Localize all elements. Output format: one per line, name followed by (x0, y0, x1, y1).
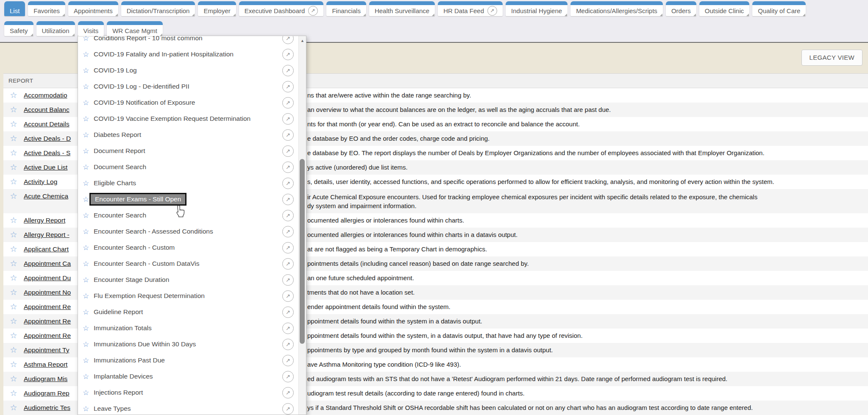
favorite-star-icon[interactable]: ☆ (83, 211, 94, 220)
open-in-new-icon[interactable]: ↗ (282, 129, 294, 141)
menu-item-flu-exemption-request-determination[interactable]: ☆Flu Exemption Request Determination↗ (78, 288, 299, 304)
menu-item-encounter-search-custom-datavis[interactable]: ☆Encounter Search - Custom DataVis↗ (78, 256, 299, 272)
report-link[interactable]: Appointment Du (24, 274, 71, 281)
open-in-new-icon[interactable]: ↗ (282, 258, 294, 270)
report-link[interactable]: Applicant Chart (24, 245, 69, 253)
external-link-icon[interactable]: ↗ (308, 6, 318, 16)
favorite-star-icon[interactable]: ☆ (83, 372, 94, 381)
open-in-new-icon[interactable]: ↗ (282, 162, 294, 173)
menu-item-immunizations-due-within-30-days[interactable]: ☆Immunizations Due Within 30 Days↗ (78, 336, 299, 352)
report-link[interactable]: Accommodatio (24, 92, 67, 99)
favorite-star-icon[interactable]: ☆ (83, 179, 94, 188)
open-in-new-icon[interactable]: ↗ (282, 387, 294, 398)
report-link[interactable]: Appointment Re (24, 332, 71, 339)
favorite-star-icon[interactable]: ☆ (83, 50, 94, 59)
report-link[interactable]: Active Due List (24, 164, 67, 171)
tab-financials[interactable]: Financials (326, 1, 366, 16)
report-link[interactable]: Audiogram Rep (24, 390, 70, 397)
report-link[interactable]: Appointment Ca (24, 260, 71, 267)
favorite-star-icon[interactable]: ☆ (3, 271, 24, 285)
open-in-new-icon[interactable]: ↗ (282, 210, 294, 221)
favorite-star-icon[interactable]: ☆ (83, 98, 94, 107)
favorite-star-icon[interactable]: ☆ (83, 227, 94, 236)
tab-visits[interactable]: Visits (78, 21, 104, 36)
open-in-new-icon[interactable]: ↗ (282, 97, 294, 109)
open-in-new-icon[interactable]: ↗ (282, 355, 294, 366)
tab-industrial-hygiene[interactable]: Industrial Hygiene (506, 1, 568, 16)
favorite-star-icon[interactable]: ☆ (83, 131, 94, 139)
open-in-new-icon[interactable]: ↗ (282, 371, 294, 382)
favorite-star-icon[interactable]: ☆ (83, 114, 94, 123)
tab-quality-of-care[interactable]: Quality of Care (752, 1, 806, 16)
tab-safety[interactable]: Safety (4, 21, 33, 36)
favorite-star-icon[interactable]: ☆ (83, 388, 94, 397)
menu-item-immunizations-past-due[interactable]: ☆Immunizations Past Due↗ (78, 352, 299, 368)
menu-item-encounter-stage-duration[interactable]: ☆Encounter Stage Duration↗ (78, 272, 299, 288)
favorite-star-icon[interactable]: ☆ (3, 343, 24, 357)
favorite-star-icon[interactable]: ☆ (3, 228, 24, 242)
menu-item-eligible-charts[interactable]: ☆Eligible Charts↗ (78, 175, 299, 191)
report-link[interactable]: Appointment Re (24, 318, 71, 325)
menu-item-conditions-report-10-most-common[interactable]: ☆Conditions Report - 10 most common↗ (78, 36, 299, 46)
report-link[interactable]: Audiogram Mis (24, 375, 67, 382)
favorite-star-icon[interactable]: ☆ (83, 163, 94, 172)
open-in-new-icon[interactable]: ↗ (282, 36, 294, 44)
report-link[interactable]: Account Details (24, 120, 70, 128)
open-in-new-icon[interactable]: ↗ (282, 145, 294, 157)
menu-item-covid-19-fatality-and-in-patient-hospitalization[interactable]: ☆COVID-19 Fatality and In-patient Hospit… (78, 46, 299, 62)
favorite-star-icon[interactable]: ☆ (3, 160, 24, 175)
favorite-star-icon[interactable]: ☆ (83, 66, 94, 75)
report-link[interactable]: Appointment Ty (24, 346, 69, 354)
open-in-new-icon[interactable]: ↗ (282, 194, 294, 205)
menu-item-document-report[interactable]: ☆Document Report↗ (78, 143, 299, 159)
menu-item-covid-19-log[interactable]: ☆COVID-19 Log↗ (78, 62, 299, 78)
favorite-star-icon[interactable]: ☆ (3, 300, 24, 314)
scrollbar-thumb[interactable] (300, 159, 305, 344)
favorite-star-icon[interactable]: ☆ (3, 242, 24, 256)
favorite-star-icon[interactable]: ☆ (3, 103, 24, 117)
menu-item-immunization-totals[interactable]: ☆Immunization Totals↗ (78, 320, 299, 336)
favorite-star-icon[interactable]: ☆ (3, 131, 24, 146)
favorite-star-icon[interactable]: ☆ (3, 329, 24, 343)
favorite-star-icon[interactable]: ☆ (83, 324, 94, 333)
menu-item-implantable-devices[interactable]: ☆Implantable Devices↗ (78, 368, 299, 384)
tab-utilization[interactable]: Utilization (36, 21, 75, 36)
open-in-new-icon[interactable]: ↗ (282, 339, 294, 350)
tab-hr-data-feed[interactable]: HR Data Feed↗ (438, 1, 503, 16)
tab-medications-allergies-scripts[interactable]: Medications/Allergies/Scripts (570, 1, 663, 16)
external-link-icon[interactable]: ↗ (487, 6, 497, 16)
tab-wr-case-mgmt[interactable]: WR Case Mgmt (107, 21, 163, 36)
favorite-star-icon[interactable]: ☆ (3, 401, 24, 415)
tab-dictation-transcription[interactable]: Dictation/Transcription (121, 1, 195, 16)
favorite-star-icon[interactable]: ☆ (3, 117, 24, 131)
tab-list[interactable]: List (4, 1, 25, 16)
open-in-new-icon[interactable]: ↗ (282, 274, 294, 286)
menu-item-guideline-report[interactable]: ☆Guideline Report↗ (78, 304, 299, 320)
open-in-new-icon[interactable]: ↗ (282, 113, 294, 125)
menu-item-encounter-search-assessed-conditions[interactable]: ☆Encounter Search - Assessed Conditions↗ (78, 223, 299, 240)
favorite-star-icon[interactable]: ☆ (3, 189, 24, 213)
report-link[interactable]: Active Deals - S (24, 149, 70, 156)
tab-health-surveillance[interactable]: Health Surveillance (369, 1, 435, 16)
scroll-up-arrow-icon[interactable]: ▲ (299, 39, 306, 43)
menu-item-covid-19-log-de-identified-pii[interactable]: ☆COVID-19 Log - De-identified PII↗ (78, 78, 299, 95)
favorite-star-icon[interactable]: ☆ (3, 357, 24, 372)
favorite-star-icon[interactable]: ☆ (83, 82, 94, 91)
menu-item-covid-19-notification-of-exposure[interactable]: ☆COVID-19 Notification of Exposure↗ (78, 95, 299, 111)
favorite-star-icon[interactable]: ☆ (3, 256, 24, 271)
favorite-star-icon[interactable]: ☆ (83, 276, 94, 284)
tab-orders[interactable]: Orders (666, 1, 696, 16)
menu-item-diabetes-report[interactable]: ☆Diabetes Report↗ (78, 127, 299, 143)
open-in-new-icon[interactable]: ↗ (282, 65, 294, 76)
favorite-star-icon[interactable]: ☆ (3, 314, 24, 329)
legacy-view-button[interactable]: LEGACY VIEW (801, 50, 862, 66)
open-in-new-icon[interactable]: ↗ (282, 242, 294, 253)
open-in-new-icon[interactable]: ↗ (282, 178, 294, 189)
menu-item-encounter-exams-still-open[interactable]: ☆Encounter Exams - Still Open↗ (78, 191, 299, 207)
open-in-new-icon[interactable]: ↗ (282, 306, 294, 318)
favorite-star-icon[interactable]: ☆ (83, 147, 94, 156)
favorite-star-icon[interactable]: ☆ (83, 36, 94, 43)
report-link[interactable]: Account Balanc (24, 106, 70, 113)
report-link[interactable]: Audiometric Tes (24, 404, 70, 411)
favorite-star-icon[interactable]: ☆ (83, 404, 94, 413)
